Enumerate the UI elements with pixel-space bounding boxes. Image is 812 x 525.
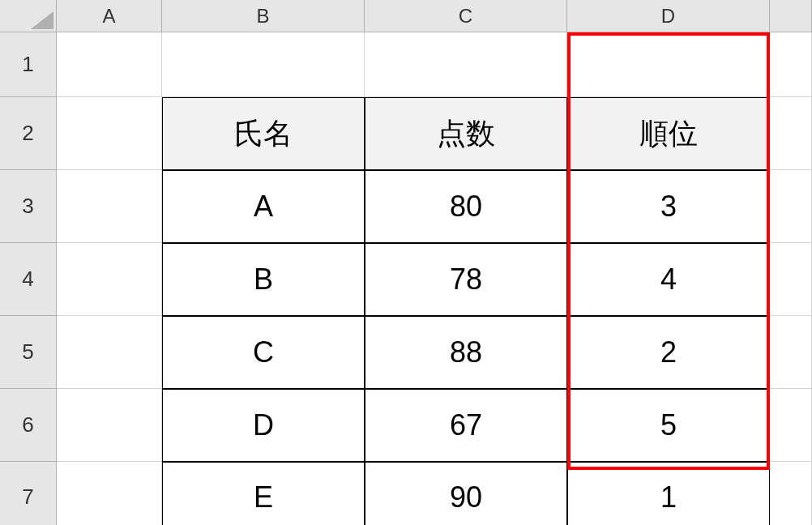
- cell-name-4[interactable]: E: [162, 462, 365, 525]
- cell-score-2[interactable]: 88: [365, 316, 567, 389]
- table-header-score[interactable]: 点数: [365, 97, 567, 170]
- col-head-A[interactable]: A: [57, 0, 162, 32]
- cell-D1[interactable]: [567, 32, 770, 97]
- table-header-name[interactable]: 氏名: [162, 97, 365, 170]
- cell-A5[interactable]: [57, 316, 162, 389]
- row-head-1[interactable]: 1: [0, 32, 57, 97]
- row-head-5[interactable]: 5: [0, 316, 57, 389]
- cell-rank-3[interactable]: 5: [567, 389, 770, 462]
- cell-A1[interactable]: [57, 32, 162, 97]
- cell-B1[interactable]: [162, 32, 365, 97]
- cell-extra-5[interactable]: [770, 316, 812, 389]
- cell-name-0[interactable]: A: [162, 170, 365, 243]
- cell-A2[interactable]: [57, 97, 162, 170]
- row-head-7[interactable]: 7: [0, 462, 57, 525]
- cell-score-1[interactable]: 78: [365, 243, 567, 316]
- row-head-3[interactable]: 3: [0, 170, 57, 243]
- row-head-2[interactable]: 2: [0, 97, 57, 170]
- cell-extra-1[interactable]: [770, 32, 812, 97]
- cell-A4[interactable]: [57, 243, 162, 316]
- cell-extra-7[interactable]: [770, 462, 812, 525]
- cell-rank-1[interactable]: 4: [567, 243, 770, 316]
- row-head-6[interactable]: 6: [0, 389, 57, 462]
- cell-extra-4[interactable]: [770, 243, 812, 316]
- cell-extra-2[interactable]: [770, 97, 812, 170]
- spreadsheet-grid: A B C D 1 2 氏名 点数 順位 3 A 80 3 4 B 78 4 5…: [0, 0, 812, 525]
- col-head-extra: [770, 0, 812, 32]
- cell-rank-4[interactable]: 1: [567, 462, 770, 525]
- cell-name-2[interactable]: C: [162, 316, 365, 389]
- cell-score-3[interactable]: 67: [365, 389, 567, 462]
- cell-extra-6[interactable]: [770, 389, 812, 462]
- cell-score-4[interactable]: 90: [365, 462, 567, 525]
- cell-A7[interactable]: [57, 462, 162, 525]
- cell-name-1[interactable]: B: [162, 243, 365, 316]
- select-all-corner[interactable]: [0, 0, 57, 32]
- col-head-D[interactable]: D: [567, 0, 770, 32]
- cell-score-0[interactable]: 80: [365, 170, 567, 243]
- cell-A3[interactable]: [57, 170, 162, 243]
- row-head-4[interactable]: 4: [0, 243, 57, 316]
- col-head-B[interactable]: B: [162, 0, 365, 32]
- cell-rank-0[interactable]: 3: [567, 170, 770, 243]
- cell-C1[interactable]: [365, 32, 567, 97]
- col-head-C[interactable]: C: [365, 0, 567, 32]
- cell-rank-2[interactable]: 2: [567, 316, 770, 389]
- cell-name-3[interactable]: D: [162, 389, 365, 462]
- table-header-rank[interactable]: 順位: [567, 97, 770, 170]
- cell-A6[interactable]: [57, 389, 162, 462]
- cell-extra-3[interactable]: [770, 170, 812, 243]
